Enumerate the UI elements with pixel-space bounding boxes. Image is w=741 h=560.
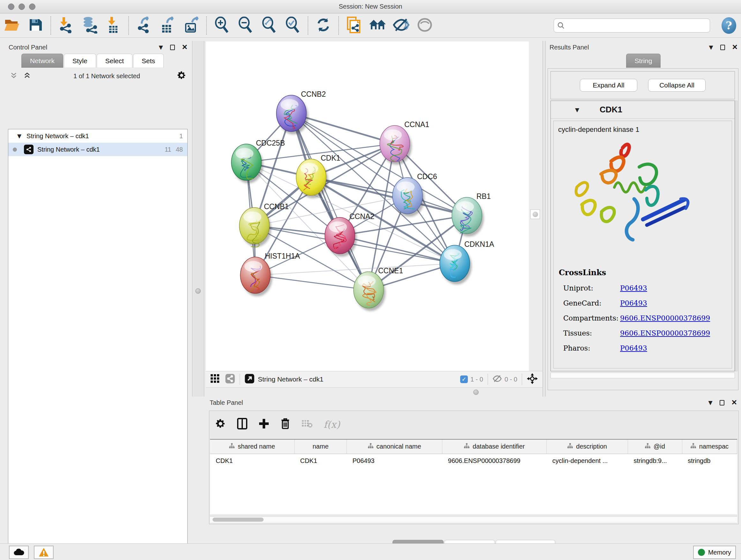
hide-unhide-button[interactable] (391, 16, 411, 35)
crosslink-link[interactable]: P06493 (620, 299, 647, 307)
table-cell[interactable]: stringdb (682, 454, 737, 468)
crosslink-link[interactable]: P06493 (620, 284, 647, 292)
collapse-all-icon[interactable] (10, 71, 17, 81)
network-node-ccnb2[interactable]: CCNB2 (276, 90, 326, 134)
search-input[interactable] (567, 22, 706, 29)
bottom-splitter-grip[interactable] (473, 389, 479, 395)
zoom-out-button[interactable] (235, 16, 255, 35)
column-header[interactable]: canonical name (347, 440, 442, 454)
toolbar-search[interactable] (554, 18, 710, 33)
table-cell[interactable]: cyclin-dependent ... (547, 454, 628, 468)
close-panel-icon[interactable]: ✕ (732, 43, 738, 51)
results-vertical-scrollbar[interactable] (735, 101, 738, 371)
zoom-window-button[interactable] (29, 3, 36, 10)
zoom-selected-button[interactable] (283, 16, 302, 35)
network-node-ccnb1[interactable]: CCNB1 (239, 202, 289, 247)
crosslink-link[interactable]: 9606.ENSP00000378699 (620, 329, 710, 337)
crosslink-link[interactable]: P06493 (620, 344, 647, 352)
delete-column-trash-icon[interactable] (280, 418, 290, 431)
zoom-in-button[interactable] (212, 16, 232, 35)
crosslink-link[interactable]: 9606.ENSP00000378699 (620, 314, 710, 322)
export-table-button[interactable] (158, 16, 178, 35)
scrollbar-thumb[interactable] (212, 517, 264, 522)
table-options-gear-icon[interactable] (215, 418, 226, 430)
import-network-button[interactable] (56, 16, 76, 35)
tab-select[interactable]: Select (97, 54, 132, 68)
cloud-status-button[interactable] (9, 546, 29, 559)
network-options-gear-icon[interactable] (177, 71, 186, 82)
minimize-window-button[interactable] (18, 3, 25, 10)
table-cell[interactable]: P06493 (347, 454, 442, 468)
column-header[interactable]: shared name (210, 440, 294, 454)
string-network-graph[interactable]: CDK1CCNB2CCNA1CDC25BCDC6RB1CCNB1CCNA2CDK… (206, 42, 529, 371)
network-row[interactable]: String Network – cdk1 11 48 (8, 143, 187, 156)
export-image-button[interactable] (181, 16, 201, 35)
string-protein-query-button[interactable] (344, 16, 364, 35)
column-header[interactable]: namespac (682, 440, 737, 454)
home-pages-button[interactable] (367, 16, 387, 35)
collapse-results-button[interactable] (530, 209, 540, 219)
network-node-cdkn1a[interactable]: CDKN1A (440, 240, 494, 285)
export-network-button[interactable] (134, 16, 154, 35)
network-canvas[interactable]: CDK1CCNB2CCNA1CDC25BCDC6RB1CCNB1CCNA2CDK… (206, 42, 529, 371)
expand-all-icon[interactable] (23, 71, 31, 81)
float-panel-icon[interactable] (170, 45, 175, 50)
table-cell[interactable]: CDK1 (210, 454, 294, 468)
expand-all-button[interactable]: Expand All (580, 79, 637, 91)
open-session-button[interactable] (2, 16, 22, 35)
import-table-button[interactable] (104, 16, 123, 35)
network-edge[interactable] (340, 236, 455, 263)
open-in-window-icon[interactable] (245, 374, 255, 385)
show-columns-icon[interactable] (237, 418, 248, 431)
network-node-ccna1[interactable]: CCNA1 (380, 120, 429, 165)
right-splitter[interactable] (542, 41, 546, 396)
table-cell[interactable]: 9606.ENSP00000378699 (442, 454, 547, 468)
close-window-button[interactable] (8, 3, 14, 10)
import-network-from-database-button[interactable] (80, 16, 99, 35)
selected-checkbox-icon[interactable]: ✓ (460, 375, 468, 383)
left-splitter[interactable] (192, 41, 204, 396)
panel-menu-icon[interactable]: ▼ (158, 44, 163, 51)
network-edge[interactable] (255, 275, 368, 290)
close-panel-icon[interactable]: ✕ (182, 43, 188, 51)
table-row[interactable]: CDK1CDK1P064939606.ENSP00000378699cyclin… (210, 454, 737, 468)
column-header[interactable]: @id (628, 440, 682, 454)
birdseye-view-icon[interactable] (527, 373, 538, 386)
table-cell[interactable]: CDK1 (294, 454, 347, 468)
table-cell[interactable]: stringdb:9... (628, 454, 682, 468)
network-edge[interactable] (291, 113, 368, 290)
node-table[interactable]: shared namenamecanonical namedatabase id… (210, 439, 737, 514)
network-node-cdc25b[interactable]: CDC25B (231, 139, 285, 183)
tab-style[interactable]: Style (64, 54, 96, 68)
memory-button[interactable]: Memory (693, 546, 736, 559)
show-graphics-button[interactable] (415, 16, 434, 35)
column-header[interactable]: database identifier (442, 440, 547, 454)
warnings-button[interactable] (34, 546, 54, 559)
protein-card-header[interactable]: ▼ CDK1 (551, 101, 735, 119)
column-header[interactable]: name (294, 440, 347, 454)
help-button[interactable]: ? (721, 17, 737, 35)
add-column-icon[interactable] (259, 418, 269, 431)
float-panel-icon[interactable] (720, 400, 724, 406)
panel-menu-icon[interactable]: ▼ (709, 44, 713, 51)
tab-string-results[interactable]: String (626, 54, 661, 68)
refresh-layout-button[interactable] (313, 16, 333, 35)
show-grid-icon[interactable] (210, 374, 220, 385)
column-header[interactable]: description (547, 440, 628, 454)
collapse-all-button[interactable]: Collapse All (648, 79, 705, 91)
close-panel-icon[interactable]: ✕ (731, 398, 737, 407)
collection-expand-icon[interactable]: ▼ (17, 133, 21, 139)
results-horizontal-scrollbar[interactable] (550, 373, 735, 378)
left-splitter-grip[interactable] (195, 288, 201, 294)
float-panel-icon[interactable] (720, 45, 725, 50)
network-collection-row[interactable]: ▼ String Network – cdk1 1 (8, 129, 187, 143)
protein-expand-icon[interactable]: ▼ (575, 107, 579, 113)
table-horizontal-scrollbar[interactable] (210, 516, 737, 523)
tab-network[interactable]: Network (21, 54, 63, 68)
network-node-hist1h1a[interactable]: HIST1H1A (240, 252, 300, 296)
tab-sets[interactable]: Sets (133, 54, 164, 68)
save-session-button[interactable] (25, 16, 45, 35)
string-style-icon[interactable] (225, 374, 235, 385)
zoom-fit-button[interactable] (259, 16, 279, 35)
panel-menu-icon[interactable]: ▼ (708, 399, 712, 406)
